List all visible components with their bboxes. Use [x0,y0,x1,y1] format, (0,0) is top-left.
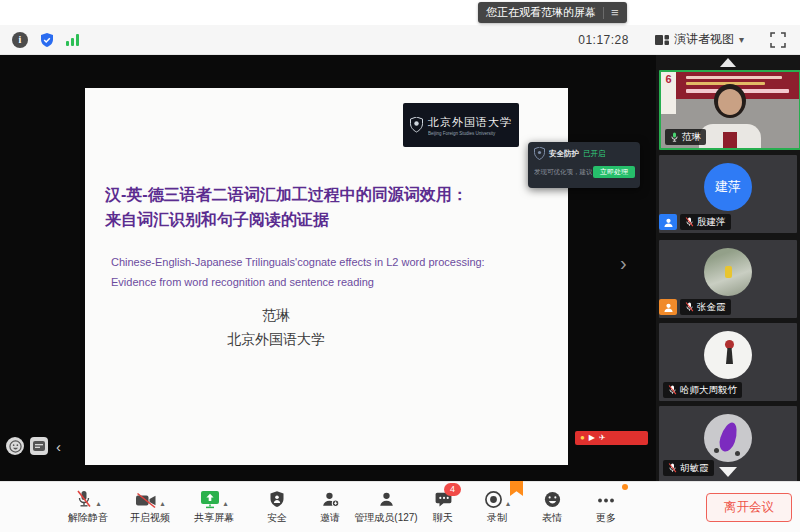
caption-panel-icon[interactable] [30,437,48,455]
microphone-muted-icon [75,489,93,509]
more-notification-dot [622,484,628,490]
microphone-active-icon [670,131,679,143]
bottom-toolbar: ▴ 解除静音 ▴ 开启视频 ▴ 共享屏幕 安全 邀请 管理成员(127) [0,481,800,532]
popup-shield-icon [534,147,545,160]
anniversary-badge: 6 [661,72,676,114]
slide-affiliation: 北京外国语大学 [85,331,467,349]
person-icon [663,217,674,228]
popup-title: 安全防护 [549,149,579,159]
chevron-up-icon[interactable]: ▴ [96,499,100,509]
scroll-down-icon[interactable] [719,467,737,477]
participant-name-chip: 张金霞 [680,299,731,315]
participant-name-chip: 殷建萍 [680,214,731,230]
microphone-muted-icon [668,462,677,474]
toolbar-label: 更多 [566,511,646,525]
avatar [704,414,752,462]
participant-tile[interactable]: 张金霞 [659,240,797,318]
participant-name-chip: 胡敏霞 [663,460,714,476]
camera-off-icon [135,492,157,509]
security-shield-icon [269,490,285,509]
popup-description: 发现可优化项，建议处理 [534,168,592,177]
slide-author: 范琳 [85,307,467,325]
microphone-muted-icon [685,301,694,313]
view-mode-selector[interactable]: 演讲者视图 ▾ [649,28,750,51]
share-screen-icon [200,490,220,509]
chevron-down-icon: ▾ [739,34,744,45]
slide-title-line1: 汉-英-德三语者二语词汇加工过程中的同源词效用： [105,182,545,207]
record-lens-icon [484,490,503,509]
slide-title-line2: 来自词汇识别和句子阅读的证据 [105,207,545,232]
slide-subtitle-line2: Evidence from word recognition and sente… [111,272,551,292]
avatar [704,331,752,379]
more-button[interactable]: 更多 [566,487,646,525]
cohost-role-badge [659,299,677,315]
chevron-up-icon[interactable]: ▴ [160,499,164,509]
logo-chinese-name: 北京外国语大学 [428,115,512,130]
promo-overlay[interactable]: ● ▶ ✈ [575,431,648,445]
participant-name-chip: 范琳 [665,129,706,145]
slide-title: 汉-英-德三语者二语词汇加工过程中的同源词效用： 来自词汇识别和句子阅读的证据 [105,182,545,232]
participant-name: 哈师大周毅竹 [680,384,737,397]
invite-person-icon [321,490,340,509]
more-dots-icon [596,490,616,509]
participants-sidebar: 6 范琳 建萍 殷建萍 [656,55,800,481]
presentation-slide: 北京外国语大学 Beijing Foreign Studies Universi… [85,88,568,465]
avatar-initials: 建萍 [715,178,741,196]
next-slide-chevron-icon[interactable]: › [620,253,627,273]
chevron-up-icon[interactable]: ▴ [506,499,510,509]
microphone-muted-icon [668,384,677,396]
participant-tile-speaker[interactable]: 6 范琳 [659,70,800,150]
participant-name: 胡敏霞 [680,462,709,475]
participant-tile[interactable]: 哈师大周毅竹 [659,323,797,401]
microphone-muted-icon [685,216,694,228]
promo-plane-icon: ✈ [599,434,606,442]
chevron-up-icon[interactable]: ▴ [223,499,227,509]
screen-watching-banner: 您正在观看范琳的屏幕 ≡ [478,2,627,23]
collapse-chevron-icon[interactable]: ‹ [56,439,61,454]
reactions-bar: ‹ [6,437,61,455]
participant-name: 殷建萍 [697,216,726,229]
banner-menu-icon[interactable]: ≡ [611,6,619,19]
promo-dot-icon: ● [580,434,585,442]
popup-action-button[interactable]: 立即处理 [593,166,635,178]
participant-name: 范琳 [682,131,701,144]
members-person-icon [377,490,396,509]
main-area: 北京外国语大学 Beijing Foreign Studies Universi… [0,55,800,481]
top-toolbar: i 01:17:28 演讲者视图 ▾ [0,25,800,55]
fullscreen-icon[interactable] [770,32,786,48]
participant-name-chip: 哈师大周毅竹 [663,382,742,398]
slide-subtitle: Chinese-English-Japanese Trilinguals'cog… [111,252,551,292]
participant-tile[interactable]: 建萍 殷建萍 [659,155,797,233]
participant-name: 张金霞 [697,301,726,314]
banner-text: 您正在观看范琳的屏幕 [486,5,596,20]
scroll-up-icon[interactable] [720,58,736,67]
leave-meeting-button[interactable]: 离开会议 [706,493,792,522]
view-mode-label: 演讲者视图 [674,31,734,48]
avatar [704,248,752,296]
meeting-security-shield-icon[interactable] [39,32,55,48]
avatar: 建萍 [704,163,752,211]
security-popup: 安全防护 已开启 发现可优化项，建议处理 立即处理 [528,142,640,188]
logo-english-name: Beijing Foreign Studies University [428,130,504,135]
university-shield-icon [410,117,423,133]
network-signal-icon[interactable] [66,34,79,46]
meeting-info-icon[interactable]: i [12,32,28,48]
slide-subtitle-line1: Chinese-English-Japanese Trilinguals'cog… [111,252,551,272]
popup-status: 已开启 [583,149,606,159]
emoji-reaction-icon[interactable] [6,437,24,455]
university-logo: 北京外国语大学 Beijing Foreign Studies Universi… [403,103,519,147]
person-icon [663,302,674,313]
smiley-icon [543,490,562,509]
banner-divider [603,7,604,19]
promo-play-icon: ▶ [589,434,595,442]
meeting-timer: 01:17:28 [578,33,629,47]
host-role-badge [659,214,677,230]
shared-screen-stage: 北京外国语大学 Beijing Foreign Studies Universi… [0,55,656,481]
layout-icon [655,34,669,46]
